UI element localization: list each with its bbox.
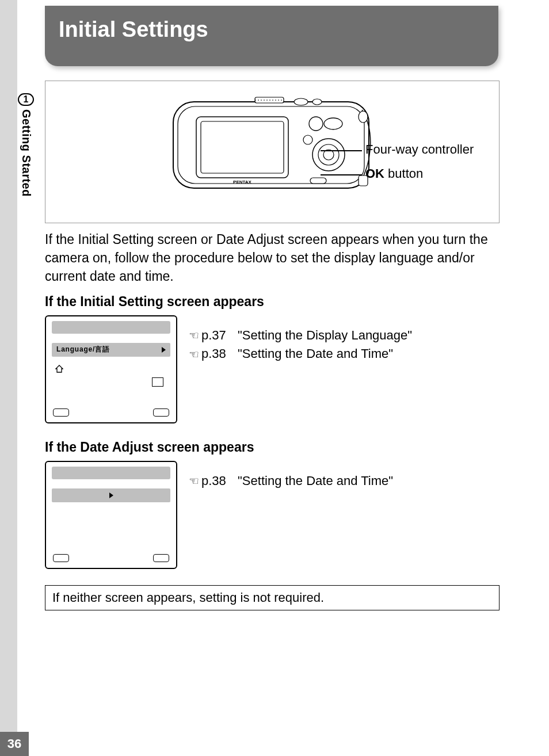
soft-button-left [53, 408, 69, 417]
callout-four-way: Four-way controller [365, 142, 474, 157]
svg-rect-7 [201, 121, 284, 173]
checkbox-icon [152, 377, 163, 387]
ref-item: ☞ p.38 "Setting the Date and Time" [189, 345, 412, 363]
svg-text:PENTAX: PENTAX [233, 180, 252, 185]
section1-heading: If the Initial Setting screen appears [45, 294, 500, 310]
content-area: PENTAX Four-way controller OK button If … [45, 81, 500, 610]
tab-number-badge: 1 [18, 93, 34, 106]
note-box: If neither screen appears, setting is no… [45, 585, 500, 610]
camera-diagram: PENTAX Four-way controller OK button [45, 81, 500, 223]
svg-point-10 [324, 118, 342, 129]
section1-row: Language/言語 ☞ p.37 "Setting the Display … [45, 315, 500, 423]
left-rail [0, 0, 17, 756]
camera-illustration: PENTAX [169, 91, 376, 207]
soft-button-right [153, 408, 169, 417]
svg-rect-15 [310, 178, 326, 184]
svg-point-13 [323, 150, 334, 160]
ref-item: ☞ p.38 "Setting the Date and Time" [189, 472, 393, 490]
page-title: Initial Settings [45, 6, 498, 66]
section2-row: ☞ p.38 "Setting the Date and Time" [45, 461, 500, 569]
initial-setting-screen-mock: Language/言語 [45, 315, 177, 423]
date-adjust-screen-mock [45, 461, 177, 569]
svg-point-5 [359, 111, 368, 123]
svg-point-14 [303, 135, 312, 144]
ref-item: ☞ p.37 "Setting the Display Language" [189, 327, 412, 345]
section1-refs: ☞ p.37 "Setting the Display Language" ☞ … [189, 315, 412, 365]
svg-point-9 [309, 117, 323, 131]
tab-label: Getting Started [20, 109, 33, 197]
section2-heading: If the Date Adjust screen appears [45, 440, 500, 455]
page-number: 36 [0, 732, 29, 756]
soft-button-right [153, 554, 169, 562]
pointer-icon: ☞ [189, 327, 199, 343]
soft-button-left [53, 554, 69, 562]
section2-refs: ☞ p.38 "Setting the Date and Time" [189, 461, 393, 491]
arrow-right-icon [109, 492, 113, 498]
pointer-icon: ☞ [189, 473, 199, 489]
callout-ok-button: OK button [365, 166, 423, 181]
svg-point-3 [294, 98, 308, 105]
pointer-icon: ☞ [189, 346, 199, 362]
section-tab: 1 Getting Started [17, 93, 35, 197]
home-icon [55, 365, 63, 373]
language-row-label: Language/言語 [56, 345, 110, 354]
arrow-right-icon [162, 347, 166, 353]
svg-point-4 [312, 99, 322, 105]
intro-paragraph: If the Initial Setting screen or Date Ad… [45, 230, 500, 286]
